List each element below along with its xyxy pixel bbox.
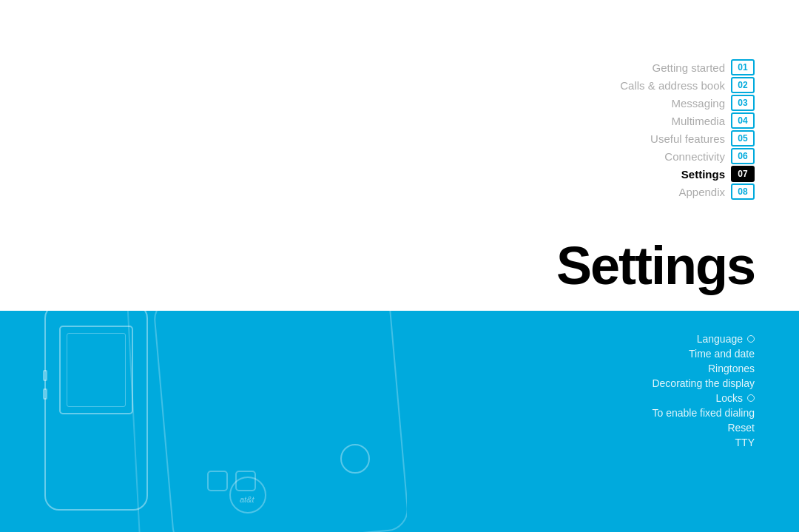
tty-label: TTY <box>735 437 755 448</box>
phone-illustration: at&t <box>0 311 407 532</box>
nav-badge-7: 07 <box>731 166 755 182</box>
nav-label-3: Messaging <box>671 97 725 110</box>
bottom-section: at&t Language Time and date Ringtones De… <box>0 311 799 532</box>
time-label: Time and date <box>689 348 755 360</box>
phone-side-btn-1 <box>43 370 47 381</box>
nav-item-3[interactable]: Messaging 03 <box>671 95 755 111</box>
nav-item-4[interactable]: Multimedia 04 <box>671 112 755 129</box>
content-list: Language Time and date Ringtones Decorat… <box>652 333 755 448</box>
content-item-time: Time and date <box>652 348 755 360</box>
phone-side-btn-2 <box>43 388 47 400</box>
fixed-dialing-label: To enable fixed dialing <box>652 407 755 419</box>
nav-item-6[interactable]: Connectivity 06 <box>664 148 755 164</box>
nav-badge-6: 06 <box>731 148 755 164</box>
language-circle-icon <box>747 335 755 343</box>
language-label: Language <box>697 333 743 345</box>
nav-label-4: Multimedia <box>671 115 725 127</box>
content-item-display: Decorating the display <box>652 377 755 389</box>
nav-label-1: Getting started <box>653 61 725 74</box>
nav-item-8[interactable]: Appendix 08 <box>678 183 755 200</box>
nav-item-1[interactable]: Getting started 01 <box>653 59 755 75</box>
nav-badge-2: 02 <box>731 77 755 93</box>
nav-badge-5: 05 <box>731 130 755 147</box>
nav-label-5: Useful features <box>650 132 725 145</box>
top-section: Getting started 01 Calls & address book … <box>0 0 799 311</box>
content-item-language: Language <box>652 333 755 345</box>
nav-label-7: Settings <box>681 168 725 181</box>
keypad-dot-1 <box>207 471 228 491</box>
nav-label-6: Connectivity <box>664 150 725 163</box>
phone-button-circle <box>340 444 370 474</box>
content-item-tty: TTY <box>652 437 755 448</box>
page-title: Settings <box>556 235 755 296</box>
nav-item-5[interactable]: Useful features 05 <box>650 130 755 147</box>
nav-label-8: Appendix <box>678 186 725 198</box>
phone-outline-2 <box>152 311 407 532</box>
nav-badge-4: 04 <box>731 112 755 129</box>
content-item-fixed-dialing: To enable fixed dialing <box>652 407 755 419</box>
phone-inner-screen <box>67 333 126 407</box>
nav-label-2: Calls & address book <box>620 79 725 92</box>
display-label: Decorating the display <box>652 377 755 389</box>
content-item-locks: Locks <box>652 392 755 404</box>
content-item-reset: Reset <box>652 422 755 434</box>
nav-badge-3: 03 <box>731 95 755 111</box>
locks-circle-icon <box>747 394 755 402</box>
ringtones-label: Ringtones <box>708 363 755 374</box>
nav-item-7[interactable]: Settings 07 <box>681 166 755 182</box>
locks-label: Locks <box>715 392 743 404</box>
reset-label: Reset <box>727 422 755 434</box>
nav-menu: Getting started 01 Calls & address book … <box>620 59 755 200</box>
att-label: at&t <box>240 495 254 504</box>
nav-badge-8: 08 <box>731 183 755 200</box>
nav-badge-1: 01 <box>731 59 755 75</box>
nav-item-2[interactable]: Calls & address book 02 <box>620 77 755 93</box>
content-item-ringtones: Ringtones <box>652 363 755 374</box>
